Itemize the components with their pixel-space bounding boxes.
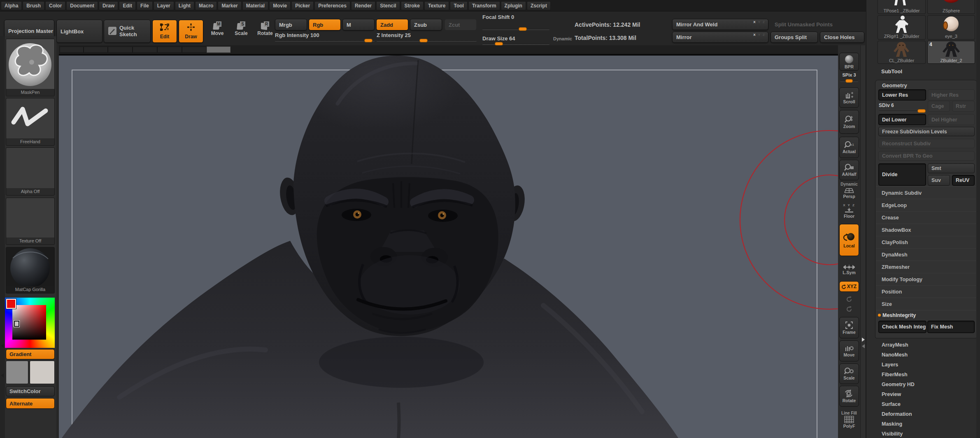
- menu-movie[interactable]: Movie: [269, 1, 291, 10]
- rotate-y-toggle[interactable]: [839, 296, 859, 302]
- persp-button[interactable]: Persp: [839, 187, 859, 199]
- menu-transform[interactable]: Transform: [468, 1, 500, 10]
- palette-surface[interactable]: Surface: [875, 399, 976, 409]
- move-tool[interactable]: M Move: [207, 21, 228, 36]
- zadd-button[interactable]: Zadd: [376, 19, 408, 30]
- palette-fibermesh[interactable]: FiberMesh: [875, 370, 976, 380]
- z-intensity-slider[interactable]: [377, 40, 477, 42]
- palette-visibility[interactable]: Visibility: [875, 429, 976, 438]
- local-button[interactable]: Local: [839, 224, 859, 256]
- strip-scale-button[interactable]: Scale: [839, 363, 859, 384]
- right-panel-scrollbar[interactable]: [976, 0, 980, 438]
- m-button[interactable]: M: [342, 19, 375, 30]
- section-dynamic-subdiv[interactable]: Dynamic Subdiv: [876, 186, 977, 199]
- canvas-top-divider[interactable]: [59, 45, 838, 54]
- menu-stroke[interactable]: Stroke: [401, 1, 424, 10]
- strip-move-button[interactable]: Move: [839, 340, 859, 361]
- main-color-swatch[interactable]: [6, 361, 28, 384]
- panel-divider[interactable]: [860, 45, 866, 438]
- divider-open-icon[interactable]: [862, 338, 865, 342]
- current-color-swatch[interactable]: [6, 299, 16, 309]
- palette-geometry-hd[interactable]: Geometry HD: [875, 380, 976, 389]
- divide-button[interactable]: Divide: [878, 163, 926, 186]
- current-alpha-thumbnail[interactable]: Alpha Off: [6, 147, 55, 196]
- current-brush-thumbnail[interactable]: MaskPen: [6, 39, 55, 96]
- zsub-button[interactable]: Zsub: [410, 19, 442, 30]
- geometry-section-header[interactable]: Geometry: [882, 82, 907, 89]
- palette-nanomesh[interactable]: NanoMesh: [875, 350, 976, 360]
- strip-rotate-button[interactable]: Rotate: [839, 386, 859, 407]
- section-modify-topology[interactable]: Modify Topology: [876, 273, 977, 285]
- freeze-subdivision-button[interactable]: Freeze SubDivision Levels: [878, 127, 975, 136]
- current-stroke-thumbnail[interactable]: FreeHand: [6, 98, 55, 146]
- rotate-z-toggle[interactable]: z: [839, 305, 859, 312]
- menu-alpha[interactable]: Alpha: [1, 1, 22, 10]
- menu-marker[interactable]: Marker: [218, 1, 241, 10]
- menu-preferences[interactable]: Preferences: [314, 1, 350, 10]
- rotate-tool[interactable]: R Rotate: [254, 21, 277, 36]
- section-shadowbox[interactable]: ShadowBox: [876, 224, 977, 236]
- fix-mesh-button[interactable]: Fix Mesh: [927, 321, 975, 333]
- subtool-section-header[interactable]: SubTool: [881, 68, 902, 75]
- menu-macro[interactable]: Macro: [195, 1, 217, 10]
- polyf-button[interactable]: PolyF: [839, 416, 859, 429]
- section-dynamesh[interactable]: DynaMesh: [876, 248, 977, 261]
- mrgb-button[interactable]: Mrgb: [275, 19, 307, 30]
- section-position[interactable]: Position: [876, 285, 977, 298]
- draw-button[interactable]: Draw: [179, 20, 203, 43]
- draw-size-dynamic-label[interactable]: Dynamic: [553, 36, 572, 41]
- palette-layers[interactable]: Layers: [875, 360, 976, 370]
- floor-axis-mini-label[interactable]: X Y Z: [838, 203, 860, 207]
- edit-button[interactable]: Edit: [152, 20, 177, 43]
- lower-res-button[interactable]: Lower Res: [878, 89, 926, 100]
- del-lower-button[interactable]: Del Lower: [878, 114, 926, 125]
- menu-render[interactable]: Render: [351, 1, 375, 10]
- check-mesh-integrity-button[interactable]: Check Mesh Integri: [878, 321, 926, 333]
- menu-draw[interactable]: Draw: [99, 1, 118, 10]
- zoom-button[interactable]: Zoom: [839, 110, 859, 134]
- groups-split-button[interactable]: Groups Split: [770, 32, 818, 43]
- alternate-button[interactable]: Alternate: [6, 398, 55, 409]
- axis-selector-mirror[interactable]: X Y Z: [753, 33, 766, 37]
- lightbox-button[interactable]: LightBox: [56, 20, 102, 43]
- palette-deformation[interactable]: Deformation: [875, 409, 976, 419]
- section-mesh-integrity[interactable]: MeshIntegrity: [876, 310, 977, 320]
- section-zremesher[interactable]: ZRemesher: [876, 261, 977, 273]
- sdiv-slider[interactable]: [879, 111, 926, 112]
- tool-thumb-zrig[interactable]: ZRig#1 _ZBuilder: [878, 15, 926, 40]
- spix-slider[interactable]: [840, 81, 858, 82]
- mirror-and-weld-button[interactable]: Mirror And Weld X Y Z: [672, 19, 768, 30]
- focal-shift-slider[interactable]: [482, 29, 549, 30]
- menu-tool[interactable]: Tool: [450, 1, 467, 10]
- tool-thumb-zsphere[interactable]: ZSphere: [927, 0, 975, 14]
- section-crease[interactable]: Crease: [876, 211, 977, 224]
- gradient-button[interactable]: Gradient: [6, 349, 55, 359]
- menu-material[interactable]: Material: [242, 1, 268, 10]
- menu-zscript[interactable]: Zscript: [527, 1, 551, 10]
- suv-button[interactable]: Suv: [928, 175, 950, 186]
- menu-picker[interactable]: Picker: [291, 1, 314, 10]
- quick-sketch-button[interactable]: Quick Sketch: [104, 20, 151, 43]
- mirror-button[interactable]: Mirror X Y Z: [672, 32, 768, 43]
- scale-tool[interactable]: S Scale: [230, 21, 252, 36]
- sv-cursor[interactable]: [14, 321, 19, 327]
- rgb-button[interactable]: Rgb: [309, 19, 341, 30]
- close-holes-button[interactable]: Close Holes: [820, 32, 864, 43]
- rgb-intensity-slider[interactable]: [275, 40, 375, 42]
- scroll-button[interactable]: Scroll: [839, 87, 859, 108]
- menu-texture[interactable]: Texture: [424, 1, 449, 10]
- aahalf-button[interactable]: AAHalf: [839, 160, 859, 180]
- palette-masking[interactable]: Masking: [875, 419, 976, 429]
- current-material-thumbnail[interactable]: MatCap Gorilla: [6, 247, 55, 294]
- tool-thumb-cl-zbuilder[interactable]: CL_ZBuilder: [878, 41, 926, 64]
- floor-button[interactable]: Floor: [839, 207, 859, 219]
- actual-button[interactable]: x1 Actual: [839, 137, 859, 158]
- sv-field[interactable]: [12, 305, 46, 340]
- menu-file[interactable]: File: [137, 1, 153, 10]
- palette-arraymesh[interactable]: ArrayMesh: [875, 340, 976, 350]
- section-claypolish[interactable]: ClayPolish: [876, 236, 977, 248]
- menu-edit[interactable]: Edit: [119, 1, 136, 10]
- section-edgeloop[interactable]: EdgeLoop: [876, 199, 977, 211]
- tool-thumb-zbuilder2-selected[interactable]: 4 ZBuilder_2: [927, 41, 975, 64]
- menu-layer[interactable]: Layer: [154, 1, 174, 10]
